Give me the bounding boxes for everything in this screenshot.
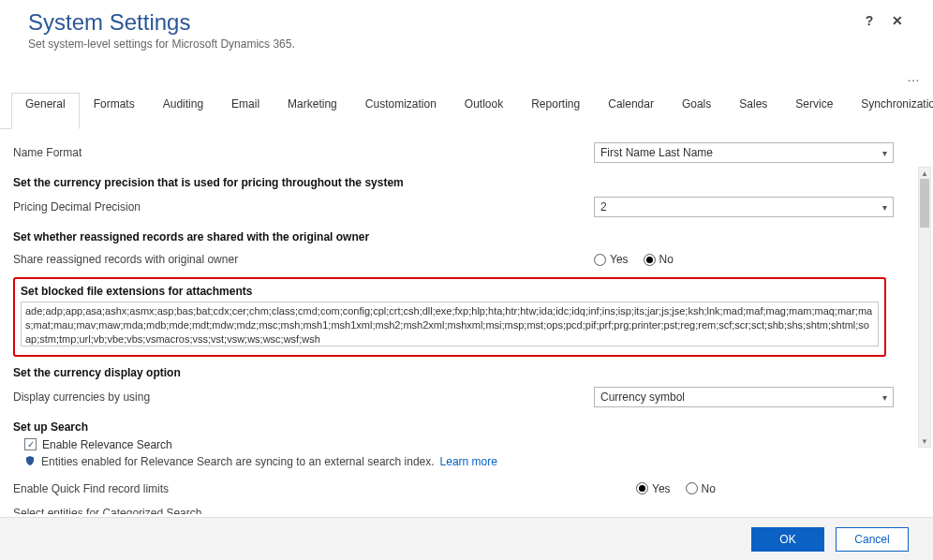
tab-calendar[interactable]: Calendar <box>594 93 668 129</box>
radio-label: No <box>659 253 674 266</box>
chevron-down-icon: ▾ <box>882 392 887 403</box>
tab-customization[interactable]: Customization <box>351 93 451 129</box>
pricing-precision-select[interactable]: 2 ▾ <box>594 197 894 217</box>
tab-reporting[interactable]: Reporting <box>517 93 594 129</box>
name-format-label: Name Format <box>13 146 594 159</box>
blocked-ext-heading: Set blocked file extensions for attachme… <box>21 283 879 302</box>
search-heading: Set up Search <box>13 411 905 437</box>
tabstrip: GeneralFormatsAuditingEmailMarketingCust… <box>0 92 933 129</box>
help-icon[interactable]: ? <box>862 13 877 28</box>
settings-content: Name Format First Name Last Name ▾ Set t… <box>0 129 933 524</box>
currency-display-select[interactable]: Currency symbol ▾ <box>594 387 894 407</box>
reassigned-yes-radio[interactable]: Yes <box>594 253 629 266</box>
scroll-up-icon[interactable]: ▲ <box>919 168 930 179</box>
blocked-extensions-input[interactable] <box>21 302 879 346</box>
tab-general[interactable]: General <box>11 93 80 129</box>
currency-display-value: Currency symbol <box>600 391 685 404</box>
reassigned-label: Share reassigned records with original o… <box>13 253 594 266</box>
blocked-extensions-section: Set blocked file extensions for attachme… <box>13 277 886 357</box>
enable-relevance-checkbox[interactable]: ✓ Enable Relevance Search <box>24 438 172 451</box>
radio-icon <box>644 254 656 266</box>
radio-label: No <box>702 482 716 495</box>
page-title: System Settings <box>28 9 905 36</box>
shield-icon <box>24 455 36 469</box>
radio-icon <box>594 254 606 266</box>
pricing-precision-label: Pricing Decimal Precision <box>13 200 594 214</box>
tab-auditing[interactable]: Auditing <box>149 93 217 129</box>
tab-service[interactable]: Service <box>781 93 847 129</box>
radio-icon <box>636 482 648 494</box>
tab-synchronization[interactable]: Synchronization <box>847 93 933 129</box>
currency-display-heading: Set the currency display option <box>13 357 905 383</box>
scrollbar-thumb[interactable] <box>920 179 929 228</box>
chevron-down-icon: ▾ <box>882 202 887 213</box>
quickfind-no-radio[interactable]: No <box>686 482 716 495</box>
reassigned-heading: Set whether reassigned records are share… <box>13 221 905 247</box>
name-format-value: First Name Last Name <box>600 146 713 159</box>
pricing-precision-value: 2 <box>600 200 607 214</box>
info-text: Entities enabled for Relevance Search ar… <box>41 455 435 468</box>
checkbox-icon: ✓ <box>24 438 37 450</box>
dialog-footer: OK Cancel <box>0 517 933 560</box>
quickfind-label: Enable Quick Find record limits <box>13 482 636 495</box>
vertical-scrollbar[interactable]: ▲ ▼ <box>918 167 931 448</box>
tab-goals[interactable]: Goals <box>668 93 725 129</box>
name-format-select[interactable]: First Name Last Name ▾ <box>594 142 894 163</box>
radio-label: Yes <box>652 482 671 495</box>
tab-email[interactable]: Email <box>217 93 274 129</box>
currency-display-label: Display currencies by using <box>13 391 594 404</box>
radio-label: Yes <box>610 253 629 266</box>
tab-formats[interactable]: Formats <box>80 93 149 129</box>
tab-outlook[interactable]: Outlook <box>451 93 517 129</box>
relevance-info: Entities enabled for Relevance Search ar… <box>24 451 905 473</box>
tab-marketing[interactable]: Marketing <box>274 93 351 129</box>
checkbox-label: Enable Relevance Search <box>42 438 172 451</box>
reassigned-no-radio[interactable]: No <box>644 253 674 266</box>
page-subtitle: Set system-level settings for Microsoft … <box>28 37 905 51</box>
ok-button[interactable]: OK <box>751 527 824 552</box>
quickfind-yes-radio[interactable]: Yes <box>636 482 671 495</box>
scroll-down-icon[interactable]: ▼ <box>919 435 930 447</box>
more-icon[interactable]: … <box>907 73 920 81</box>
truncated-row: Select entities for Categorized Search <box>13 501 905 514</box>
close-icon[interactable]: ✕ <box>890 13 905 28</box>
radio-icon <box>686 482 698 494</box>
learn-more-link[interactable]: Learn more <box>440 455 497 468</box>
tab-sales[interactable]: Sales <box>725 93 781 129</box>
quickfind-radio-group: Yes No <box>636 482 905 495</box>
pricing-heading: Set the currency precision that is used … <box>13 167 905 193</box>
cancel-button[interactable]: Cancel <box>836 527 909 552</box>
reassigned-radio-group: Yes No <box>594 253 905 266</box>
chevron-down-icon: ▾ <box>882 148 887 158</box>
